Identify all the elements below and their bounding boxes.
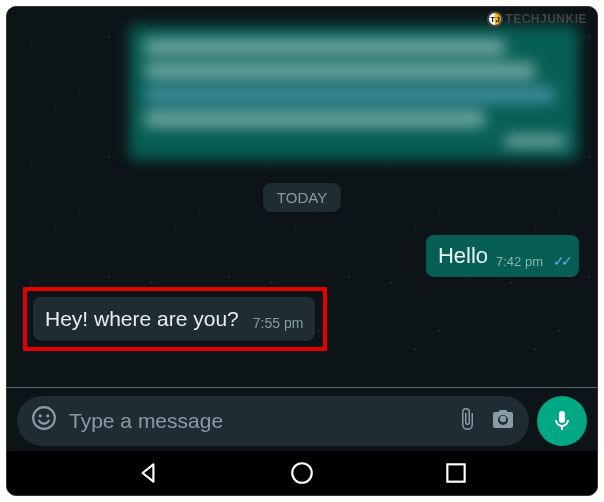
date-divider: TODAY xyxy=(263,183,341,212)
chat-area: TODAY Hello 7:42 pm ✓✓ Hey! where are yo… xyxy=(7,7,597,387)
message-time: 7:42 pm xyxy=(496,254,543,269)
emoji-icon[interactable] xyxy=(31,405,57,437)
svg-point-2 xyxy=(46,414,49,417)
watermark-logo: TJ xyxy=(487,11,503,27)
message-text: Hello xyxy=(438,243,488,269)
read-receipt-icon: ✓✓ xyxy=(553,253,569,269)
incoming-message-bubble[interactable]: Hey! where are you? 7:55 pm xyxy=(33,297,315,341)
svg-rect-4 xyxy=(447,464,464,481)
message-time: 7:55 pm xyxy=(253,315,304,331)
svg-point-1 xyxy=(39,414,42,417)
attach-icon[interactable] xyxy=(455,407,479,435)
watermark-text: TECHJUNKIE xyxy=(505,12,587,26)
svg-point-3 xyxy=(292,463,312,483)
message-text: Hey! where are you? xyxy=(45,307,239,331)
camera-icon[interactable] xyxy=(491,407,515,435)
message-input[interactable] xyxy=(69,409,443,433)
redacted-message xyxy=(129,25,579,160)
composer-pill xyxy=(17,396,529,446)
highlight-annotation: Hey! where are you? 7:55 pm xyxy=(23,287,327,351)
watermark: TJ TECHJUNKIE xyxy=(487,11,587,27)
back-button[interactable] xyxy=(135,460,161,486)
screenshot-frame: TJ TECHJUNKIE TODAY Hello 7:42 pm ✓✓ Hey… xyxy=(6,6,598,496)
recent-apps-button[interactable] xyxy=(443,460,469,486)
svg-point-0 xyxy=(33,407,55,429)
home-button[interactable] xyxy=(289,460,315,486)
composer-bar xyxy=(7,387,597,453)
mic-icon xyxy=(550,409,574,433)
android-nav-bar xyxy=(7,451,597,495)
outgoing-message-bubble[interactable]: Hello 7:42 pm ✓✓ xyxy=(426,235,579,277)
voice-message-button[interactable] xyxy=(537,396,587,446)
